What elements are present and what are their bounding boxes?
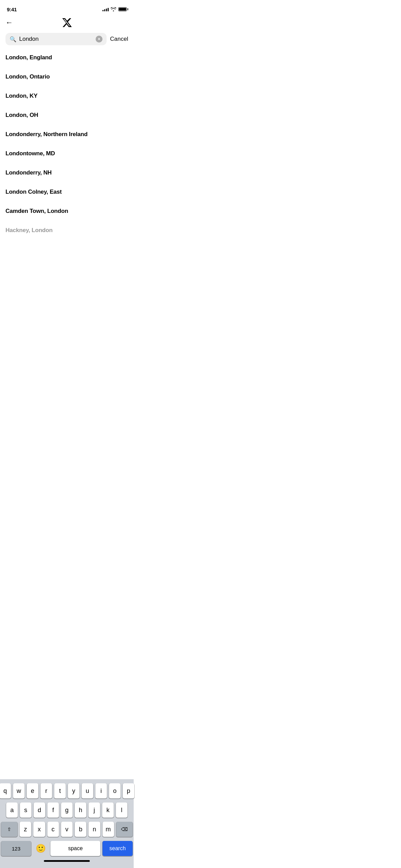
- back-arrow-icon: ←: [5, 18, 13, 27]
- status-time: 9:41: [7, 7, 17, 12]
- suggestion-item[interactable]: London, OH: [5, 106, 128, 125]
- suggestion-text: Hackney, London: [5, 227, 52, 233]
- search-input-wrapper[interactable]: 🔍 ×: [5, 33, 107, 45]
- battery-icon: [118, 7, 127, 11]
- back-button[interactable]: ←: [5, 18, 13, 27]
- suggestion-item[interactable]: Londonderry, Northern Ireland: [5, 125, 128, 144]
- suggestion-text: London, OH: [5, 112, 38, 118]
- clear-input-button[interactable]: ×: [96, 36, 102, 43]
- logo-container: [61, 17, 72, 28]
- suggestions-list: London, EnglandLondon, OntarioLondon, KY…: [0, 48, 134, 240]
- suggestion-item[interactable]: London, Ontario: [5, 67, 128, 86]
- suggestion-text: Londonderry, Northern Ireland: [5, 131, 87, 137]
- suggestion-text: London, KY: [5, 93, 37, 99]
- location-search-input[interactable]: [19, 36, 93, 43]
- cancel-button[interactable]: Cancel: [110, 36, 128, 43]
- status-bar: 9:41: [0, 0, 134, 15]
- suggestion-item[interactable]: London Colney, East: [5, 182, 128, 202]
- suggestion-item[interactable]: London, KY: [5, 86, 128, 106]
- suggestion-item[interactable]: London, England: [5, 48, 128, 67]
- suggestion-item[interactable]: Londonderry, NH: [5, 163, 128, 182]
- suggestions-container: London, EnglandLondon, OntarioLondon, KY…: [0, 48, 134, 287]
- suggestion-text: London Colney, East: [5, 189, 62, 195]
- suggestion-text: Londonderry, NH: [5, 169, 52, 176]
- x-logo-icon: [61, 17, 72, 28]
- clear-icon: ×: [98, 37, 100, 41]
- suggestion-item[interactable]: Londontowne, MD: [5, 144, 128, 163]
- suggestion-text: London, Ontario: [5, 73, 50, 80]
- header: ←: [0, 15, 134, 30]
- wifi-icon: [111, 7, 116, 11]
- status-icons: [102, 7, 127, 11]
- signal-icon: [102, 7, 109, 11]
- suggestion-item[interactable]: Camden Town, London: [5, 202, 128, 221]
- suggestion-text: Londontowne, MD: [5, 150, 55, 157]
- suggestion-text: Camden Town, London: [5, 208, 68, 214]
- suggestion-text: London, England: [5, 54, 52, 61]
- search-icon: 🔍: [10, 36, 16, 43]
- suggestion-item[interactable]: Hackney, London: [5, 221, 128, 240]
- search-bar-container: 🔍 × Cancel: [0, 30, 134, 48]
